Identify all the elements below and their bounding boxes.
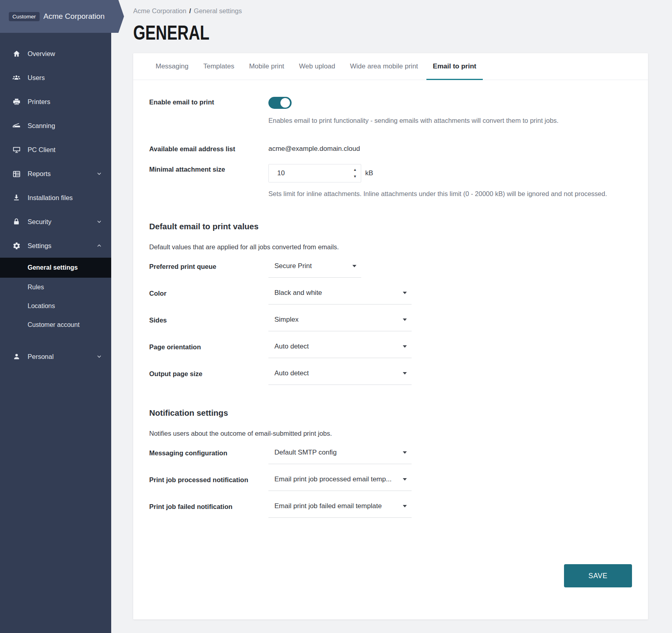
sidebar-item-settings[interactable]: Settings [0, 234, 111, 258]
sidebar-item-label: Security [28, 218, 96, 226]
section-subtitle: Default values that are applied for all … [149, 243, 632, 251]
section-subtitle: Notifies users about the outcome of emai… [149, 430, 632, 437]
field-label: Color [149, 288, 268, 298]
customer-badge: Customer [9, 12, 40, 21]
sidebar-subitem-general-settings[interactable]: General settings [0, 258, 111, 278]
sidebar-item-label: Scanning [28, 122, 102, 130]
chevron-down-icon [96, 170, 102, 177]
sidebar-item-printers[interactable]: Printers [0, 90, 111, 114]
dropdown-caret-icon [403, 451, 407, 454]
sidebar-subitem-locations[interactable]: Locations [0, 296, 111, 315]
breadcrumb-current: General settings [194, 7, 242, 14]
sidebar-item-label: PC Client [28, 146, 102, 154]
sidebar-subitem-label: Rules [28, 284, 44, 291]
stepper-down-icon[interactable]: ▼ [353, 175, 357, 178]
print-job-processed-select[interactable]: Email print job processed email temp... [268, 475, 412, 491]
download-icon [12, 193, 21, 202]
tab-web-upload[interactable]: Web upload [293, 53, 342, 80]
tab-wide-area-mobile-print[interactable]: Wide area mobile print [344, 53, 424, 80]
enable-email-to-print-toggle[interactable] [268, 97, 292, 109]
home-icon [12, 49, 21, 58]
messaging-configuration-select[interactable]: Default SMTP config [268, 448, 412, 464]
sidebar-item-users[interactable]: Users [0, 66, 111, 90]
chevron-down-icon [96, 353, 102, 360]
field-label: Output page size [149, 369, 268, 378]
breadcrumb-separator: / [189, 7, 191, 14]
dropdown-caret-icon [403, 345, 407, 348]
output-page-size-row: Output page size Auto detect [149, 369, 632, 385]
chevron-down-icon [96, 218, 102, 225]
breadcrumb-customer[interactable]: Acme Corporation [133, 7, 186, 14]
field-description: Enables email to print functionality - s… [268, 116, 632, 125]
person-icon [12, 352, 21, 361]
color-select[interactable]: Black and white [268, 288, 412, 304]
settings-card: Messaging Templates Mobile print Web upl… [133, 53, 648, 619]
available-email-address-row: Available email address list acme@exampl… [149, 144, 632, 153]
sidebar-item-label: Reports [28, 170, 96, 178]
email-address-value: acme@example.domain.cloud [268, 144, 632, 153]
sides-select[interactable]: Simplex [268, 315, 412, 331]
page-orientation-select[interactable]: Auto detect [268, 342, 412, 358]
dropdown-caret-icon [403, 372, 407, 375]
sidebar-subitem-label: Locations [28, 302, 55, 310]
sidebar-item-label: Installation files [28, 194, 102, 202]
lock-icon [12, 217, 21, 226]
sidebar-subitem-label: General settings [28, 264, 78, 271]
sidebar-subitem-label: Customer account [28, 321, 80, 329]
output-page-size-select[interactable]: Auto detect [268, 369, 412, 385]
reports-icon [12, 169, 21, 178]
sidebar-item-scanning[interactable]: Scanning [0, 114, 111, 138]
field-label: Preferred print queue [149, 261, 268, 271]
sidebar-item-pc-client[interactable]: PC Client [0, 138, 111, 162]
save-button[interactable]: SAVE [564, 564, 632, 587]
field-label: Print job failed notification [149, 501, 268, 511]
field-label: Minimal attachment size [149, 164, 268, 174]
preferred-print-queue-select[interactable]: Secure Print [268, 261, 361, 278]
field-label: Messaging configuration [149, 448, 268, 457]
attachment-size-input-box: ▲ ▼ [268, 164, 361, 182]
dropdown-caret-icon [403, 505, 407, 507]
stepper-up-icon[interactable]: ▲ [353, 168, 357, 172]
breadcrumb: Acme Corporation/General settings [133, 7, 648, 15]
tab-mobile-print[interactable]: Mobile print [243, 53, 291, 80]
attachment-size-input[interactable] [276, 169, 353, 178]
field-label: Available email address list [149, 144, 268, 153]
sidebar-nav: Overview Users Printers [0, 42, 111, 369]
tab-bar: Messaging Templates Mobile print Web upl… [133, 53, 648, 80]
print-job-failed-select[interactable]: Email print job failed email template [268, 501, 412, 518]
sidebar-item-label: Users [28, 74, 102, 82]
scanner-icon [12, 121, 21, 130]
unit-label: kB [365, 169, 373, 177]
sidebar-item-personal[interactable]: Personal [0, 345, 111, 369]
field-label: Page orientation [149, 342, 268, 351]
tab-templates[interactable]: Templates [197, 53, 240, 80]
tab-messaging[interactable]: Messaging [149, 53, 195, 80]
field-description: Sets limit for inline attachments. Inlin… [268, 189, 632, 199]
sidebar-item-label: Printers [28, 98, 102, 106]
tab-email-to-print[interactable]: Email to print [426, 53, 483, 80]
printer-icon [12, 97, 21, 106]
sidebar-subitem-rules[interactable]: Rules [0, 278, 111, 296]
print-job-failed-notification-row: Print job failed notification Email prin… [149, 501, 632, 518]
main-content: Acme Corporation/General settings GENERA… [111, 0, 672, 619]
section-title-notification-settings: Notification settings [149, 408, 632, 418]
minimal-attachment-size-row: Minimal attachment size ▲ ▼ kB Sets limi… [149, 164, 632, 199]
sides-row: Sides Simplex [149, 315, 632, 331]
sidebar: Customer Acme Corporation Overview Users [0, 0, 111, 633]
sidebar-item-reports[interactable]: Reports [0, 162, 111, 186]
sidebar-subitem-customer-account[interactable]: Customer account [0, 315, 111, 334]
toggle-knob [280, 98, 290, 108]
field-label: Print job processed notification [149, 475, 268, 484]
sidebar-item-label: Overview [28, 50, 102, 58]
sidebar-item-label: Settings [28, 242, 96, 250]
section-title-default-values: Default email to print values [149, 222, 632, 231]
customer-banner: Customer Acme Corporation [0, 0, 124, 33]
sidebar-item-security[interactable]: Security [0, 210, 111, 234]
field-label: Enable email to print [149, 97, 268, 106]
sidebar-item-overview[interactable]: Overview [0, 42, 111, 66]
sidebar-item-installation-files[interactable]: Installation files [0, 186, 111, 210]
page-title: GENERAL [133, 21, 210, 44]
dropdown-caret-icon [403, 319, 407, 321]
monitor-icon [12, 145, 21, 154]
dropdown-caret-icon [352, 265, 356, 267]
